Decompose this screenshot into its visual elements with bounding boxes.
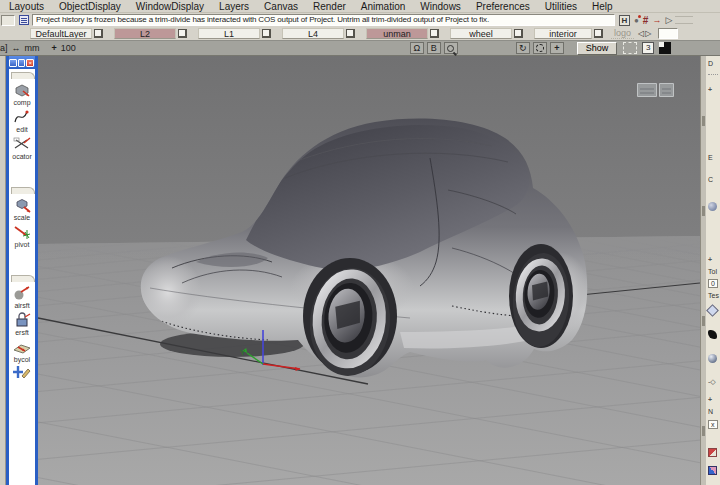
panel-shaded-sphere-icon[interactable] bbox=[708, 354, 717, 363]
menu-preferences[interactable]: Preferences bbox=[476, 1, 530, 12]
panel-tab2-plus-icon[interactable]: + bbox=[708, 396, 712, 403]
viewport-corner-button-2[interactable] bbox=[659, 83, 674, 97]
menu-render[interactable]: Render bbox=[313, 1, 346, 12]
panel-pencil-icon[interactable] bbox=[708, 466, 717, 475]
blue-cross-pencil-icon bbox=[12, 365, 32, 379]
menu-help[interactable]: Help bbox=[592, 1, 613, 12]
window-count-box[interactable]: 3 bbox=[642, 42, 654, 54]
tool-scale-label: scale bbox=[9, 214, 35, 222]
tool-airsft[interactable]: airsft bbox=[9, 284, 35, 310]
layer-unman-checkbox[interactable] bbox=[430, 29, 439, 38]
marquee-box-icon[interactable] bbox=[623, 42, 637, 54]
menu-layers[interactable]: Layers bbox=[219, 1, 249, 12]
layer-defaultlayer-checkbox[interactable] bbox=[94, 29, 103, 38]
layer-defaultlayer[interactable]: DefaultLayer bbox=[30, 28, 92, 39]
close-icon[interactable]: × bbox=[26, 59, 34, 67]
layer-l1[interactable]: L1 bbox=[198, 28, 260, 39]
grid-snap-icon[interactable]: # bbox=[643, 15, 649, 26]
layer-interior[interactable]: interior bbox=[534, 28, 592, 39]
panel-red-tool-icon[interactable] bbox=[708, 448, 717, 457]
zoom-value[interactable]: 100 bbox=[61, 43, 76, 53]
play-icon[interactable]: ▷ bbox=[665, 15, 672, 25]
palette-title-bar[interactable]: × bbox=[9, 56, 35, 69]
palette-section-tab[interactable] bbox=[11, 187, 35, 194]
panel-plus-icon[interactable]: + bbox=[708, 86, 712, 93]
layer-wheel[interactable]: wheel bbox=[450, 28, 512, 39]
panel-sphere-icon[interactable] bbox=[708, 202, 717, 211]
record-dot-icon[interactable]: ● bbox=[634, 16, 639, 25]
dashed-circle-glyph bbox=[536, 44, 544, 52]
menu-bar: Layouts ObjectDisplay WindowDisplay Laye… bbox=[0, 0, 720, 13]
panel-brush-icon[interactable] bbox=[708, 330, 717, 339]
sphere-arrow-icon bbox=[12, 284, 32, 302]
pointer-icon[interactable]: → bbox=[652, 15, 661, 25]
status-stub-box bbox=[1, 15, 15, 26]
dashed-circle-icon[interactable] bbox=[533, 42, 547, 54]
menu-canvas[interactable]: Canvas bbox=[264, 1, 298, 12]
menu-animation[interactable]: Animation bbox=[361, 1, 405, 12]
layer-interior-checkbox[interactable] bbox=[594, 29, 603, 38]
rotate-view-icon[interactable]: ↻ bbox=[516, 42, 530, 54]
panel-diamond-icon[interactable] bbox=[706, 304, 719, 317]
panel-fragment-n: N bbox=[708, 408, 713, 415]
menu-windowdisplay[interactable]: WindowDisplay bbox=[136, 1, 204, 12]
plane-arrow-icon bbox=[12, 338, 32, 356]
tool-fragment-bottom[interactable] bbox=[9, 365, 35, 379]
tool-edit-label: edit bbox=[9, 126, 35, 134]
palette-section-tab[interactable] bbox=[11, 72, 35, 79]
panel-tolerance-value[interactable]: 0 bbox=[708, 279, 718, 288]
menu-layouts[interactable]: Layouts bbox=[9, 1, 44, 12]
magnet-snap-icon[interactable]: Ω bbox=[410, 42, 424, 54]
history-icon[interactable]: H bbox=[619, 15, 630, 26]
padlock-icon bbox=[12, 311, 32, 329]
control-panel-cut: D + E C + Tol 0 Tes -◇ + N x bbox=[706, 56, 720, 485]
tool-locator[interactable]: ocator bbox=[9, 135, 35, 161]
panel-x-box[interactable]: x bbox=[708, 420, 718, 429]
menu-utilities[interactable]: Utilities bbox=[545, 1, 577, 12]
panel-tab-plus-icon[interactable]: + bbox=[708, 256, 712, 263]
b-doc-icon[interactable]: B bbox=[427, 42, 441, 54]
tool-pivot-label: pivot bbox=[9, 241, 35, 249]
tool-edit[interactable]: edit bbox=[9, 108, 35, 134]
tool-airsft-label: airsft bbox=[9, 302, 35, 310]
minimize-icon[interactable] bbox=[9, 59, 17, 67]
layer-logo[interactable]: logo bbox=[611, 28, 634, 39]
unit-label[interactable]: mm bbox=[25, 43, 40, 53]
resize-grip[interactable] bbox=[675, 16, 693, 24]
show-button[interactable]: Show bbox=[577, 42, 618, 55]
viewport-canvas[interactable]: Y bbox=[38, 56, 700, 485]
menu-objectdisplay[interactable]: ObjectDisplay bbox=[59, 1, 121, 12]
layer-l4[interactable]: L4 bbox=[282, 28, 344, 39]
layer-l2-checkbox[interactable] bbox=[178, 29, 187, 38]
tool-ersft-label: ersft bbox=[9, 329, 35, 337]
shade-toggle-icon[interactable] bbox=[659, 42, 671, 54]
magnifier-icon[interactable] bbox=[444, 42, 458, 54]
tool-comp[interactable]: comp bbox=[9, 81, 35, 107]
maximize-icon[interactable] bbox=[18, 59, 26, 67]
resize-arrows-icon[interactable]: ↔ bbox=[12, 43, 21, 53]
panel-tessellation-label: Tes bbox=[708, 292, 719, 299]
locator-scissors-icon bbox=[12, 135, 32, 153]
tool-ersft[interactable]: ersft bbox=[9, 311, 35, 337]
layer-l2[interactable]: L2 bbox=[114, 28, 176, 39]
pivot-icon bbox=[12, 223, 32, 241]
panel-arrow-icon[interactable]: -◇ bbox=[708, 378, 716, 386]
status-message-field[interactable]: Project history is frozen because a trim… bbox=[32, 14, 615, 26]
prompt-doc-icon[interactable] bbox=[19, 15, 29, 25]
tool-scale[interactable]: scale bbox=[9, 196, 35, 222]
layer-bar: DefaultLayer L2 L1 L4 unman wheel interi… bbox=[0, 27, 720, 40]
move-view-icon[interactable]: + bbox=[550, 42, 564, 54]
tool-locator-label: ocator bbox=[9, 153, 35, 161]
layer-scroll-arrows[interactable]: ◁▷ bbox=[638, 29, 652, 38]
layer-wheel-checkbox[interactable] bbox=[514, 29, 523, 38]
tool-pivot[interactable]: pivot bbox=[9, 223, 35, 249]
tool-palette-window: × comp edit ocator scale pivot airsft bbox=[6, 56, 38, 485]
menu-windows[interactable]: Windows bbox=[420, 1, 461, 12]
perspective-viewport[interactable]: Y bbox=[38, 56, 700, 485]
layer-l1-checkbox[interactable] bbox=[262, 29, 271, 38]
tool-bycol[interactable]: bycol bbox=[9, 338, 35, 364]
palette-section-tab[interactable] bbox=[11, 275, 35, 282]
viewport-corner-button-1[interactable] bbox=[637, 83, 657, 97]
layer-l4-checkbox[interactable] bbox=[346, 29, 355, 38]
layer-unman[interactable]: unman bbox=[366, 28, 428, 39]
